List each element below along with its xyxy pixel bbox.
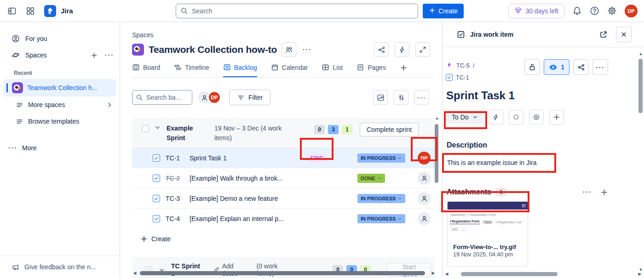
scroll-up-icon[interactable]: ▲	[435, 116, 439, 120]
trial-days-left-button[interactable]: 30 days left	[508, 4, 564, 18]
create-button[interactable]: Create	[423, 4, 464, 18]
add-space-icon[interactable]	[91, 52, 98, 59]
status-dropdown[interactable]: DONE	[357, 174, 385, 183]
status-dropdown[interactable]: IN PROGRESS	[357, 153, 405, 163]
scrollbar-thumb[interactable]	[140, 271, 425, 275]
add-attachment-icon[interactable]	[600, 188, 608, 196]
status-label: IN PROGRESS	[361, 155, 396, 161]
backlog-row-tc1[interactable]: TC-1 Sprint Task 1 EPIC IN PROGRESS DP	[132, 148, 435, 168]
scroll-left-icon[interactable]: ◀	[444, 272, 449, 276]
create-work-item-button[interactable]: Create	[140, 235, 435, 243]
app-switcher-button[interactable]	[26, 6, 35, 16]
task-checkbox-icon[interactable]	[153, 195, 160, 202]
chevron-down-icon[interactable]	[154, 124, 161, 131]
status-dropdown[interactable]: To Do	[447, 110, 483, 124]
unassigned-avatar[interactable]	[418, 172, 431, 185]
status-dropdown[interactable]: IN PROGRESS	[357, 194, 405, 203]
tab-board[interactable]: Board	[132, 63, 160, 77]
work-item-key[interactable]: TC-4	[166, 215, 187, 222]
work-item-summary[interactable]: [Example] Walk through a brok...	[190, 175, 283, 182]
backlog-row-tc3[interactable]: TC-3 [Example] Demo a new feature IN PRO…	[132, 188, 435, 208]
tab-backlog[interactable]: Backlog	[223, 63, 257, 77]
tab-list[interactable]: List	[322, 63, 343, 77]
scrollbar-thumb[interactable]	[638, 59, 643, 113]
members-button[interactable]	[282, 42, 296, 57]
fullscreen-button[interactable]	[415, 42, 430, 57]
spaces-more-icon[interactable]: ···	[105, 51, 114, 59]
title-more-icon[interactable]: ···	[303, 46, 312, 53]
sidebar-item-for-you[interactable]: For you	[0, 30, 120, 47]
vertical-scrollbar[interactable]: ▲ ▼	[435, 116, 439, 183]
tab-timeline[interactable]: Timeline	[174, 63, 209, 77]
work-item-summary[interactable]: [Example] Explain an internal p...	[190, 215, 284, 222]
automation-button[interactable]	[489, 110, 503, 125]
goal-button[interactable]	[529, 110, 544, 125]
vertical-scrollbar[interactable]: ▲ ▼	[638, 51, 643, 113]
epic-badge[interactable]: EPIC	[307, 154, 327, 162]
backlog-row-tc4[interactable]: TC-4 [Example] Explain an internal p... …	[132, 208, 435, 228]
user-filter-avatar[interactable]: DP	[208, 91, 221, 104]
tab-calendar[interactable]: Calendar	[271, 63, 308, 77]
sprint-name[interactable]: Example Sprint	[167, 124, 209, 143]
sidebar-item-more-spaces[interactable]: More spaces	[0, 96, 120, 113]
assignee-filter-avatars[interactable]: DP	[198, 91, 221, 104]
status-dropdown[interactable]: IN PROGRESS	[357, 214, 405, 223]
share-button[interactable]	[374, 42, 389, 57]
give-feedback-button[interactable]: Give feedback on the n...	[0, 255, 120, 278]
task-checkbox-icon[interactable]	[153, 154, 160, 162]
open-in-new-tab-button[interactable]	[597, 28, 610, 41]
horizontal-scrollbar[interactable]: ◀ ▶	[444, 271, 642, 277]
close-panel-button[interactable]	[616, 27, 632, 42]
settings-button[interactable]	[607, 6, 617, 16]
watchers-button[interactable]: 1	[544, 59, 569, 75]
impact-button[interactable]	[509, 110, 523, 125]
scroll-up-icon[interactable]: ▲	[638, 51, 643, 56]
task-checkbox-icon[interactable]	[153, 215, 160, 222]
sidebar-item-more[interactable]: ··· More	[0, 140, 120, 156]
toolbar-more-button[interactable]: ···	[414, 90, 429, 105]
breadcrumb-parent[interactable]: TC-5 /	[446, 59, 475, 71]
work-item-summary[interactable]: [Example] Demo a new feature	[190, 195, 278, 202]
complete-sprint-button[interactable]: Complete sprint	[360, 123, 419, 136]
breadcrumb-item[interactable]: TC-1	[446, 71, 475, 83]
filter-button[interactable]: Filter	[229, 90, 270, 105]
automation-button[interactable]	[395, 42, 409, 57]
global-search-input[interactable]	[176, 4, 418, 18]
work-item-key[interactable]: TC-3	[166, 195, 187, 202]
attachment-card[interactable]: Marketing / ≡ Registration Form ··· t Re…	[447, 201, 528, 267]
backlog-row-tc2[interactable]: TC-2 [Example] Walk through a brok... DO…	[132, 168, 435, 188]
scroll-left-icon[interactable]: ◀	[132, 271, 137, 275]
help-button[interactable]	[590, 6, 599, 16]
collapse-sidebar-button[interactable]	[7, 6, 17, 16]
add-tab-button[interactable]	[400, 64, 408, 77]
unassigned-avatar[interactable]	[418, 212, 431, 225]
insights-button[interactable]	[373, 90, 388, 105]
work-item-summary[interactable]: Sprint Task 1	[190, 154, 227, 162]
share-button[interactable]	[573, 59, 589, 75]
description-text[interactable]: This is an example issue in Jira	[447, 159, 638, 166]
sidebar-item-teamwork-collection[interactable]: Teamwork Collection h...	[4, 79, 116, 96]
work-item-key[interactable]: TC-2	[166, 175, 187, 182]
scroll-right-icon[interactable]: ▶	[638, 272, 642, 276]
unassigned-avatar[interactable]	[418, 192, 431, 205]
scrollbar-thumb[interactable]	[435, 124, 438, 183]
sidebar-item-browse-templates[interactable]: Browse templates	[0, 113, 120, 130]
view-settings-button[interactable]	[394, 90, 408, 105]
scroll-right-icon[interactable]: ▶	[431, 271, 436, 275]
user-avatar[interactable]: DP	[625, 5, 638, 17]
horizontal-scrollbar[interactable]: ◀ ▶	[132, 270, 436, 276]
tab-pages[interactable]: Pages	[356, 63, 386, 77]
assignee-avatar[interactable]: DP	[418, 152, 431, 165]
work-item-key[interactable]: TC-1	[166, 154, 187, 162]
sidebar-item-spaces[interactable]: Spaces ···	[0, 47, 120, 63]
sprint-checkbox[interactable]	[142, 125, 149, 132]
notifications-button[interactable]	[572, 6, 582, 16]
add-field-button[interactable]	[549, 110, 564, 125]
breadcrumb[interactable]: Spaces	[132, 31, 435, 39]
task-checkbox-icon[interactable]	[153, 175, 160, 182]
jira-home-button[interactable]	[44, 5, 56, 17]
scrollbar-thumb[interactable]	[461, 272, 558, 276]
panel-more-button[interactable]: ···	[592, 59, 608, 75]
attachments-more-icon[interactable]: ···	[583, 188, 592, 196]
lock-button[interactable]	[524, 59, 540, 75]
